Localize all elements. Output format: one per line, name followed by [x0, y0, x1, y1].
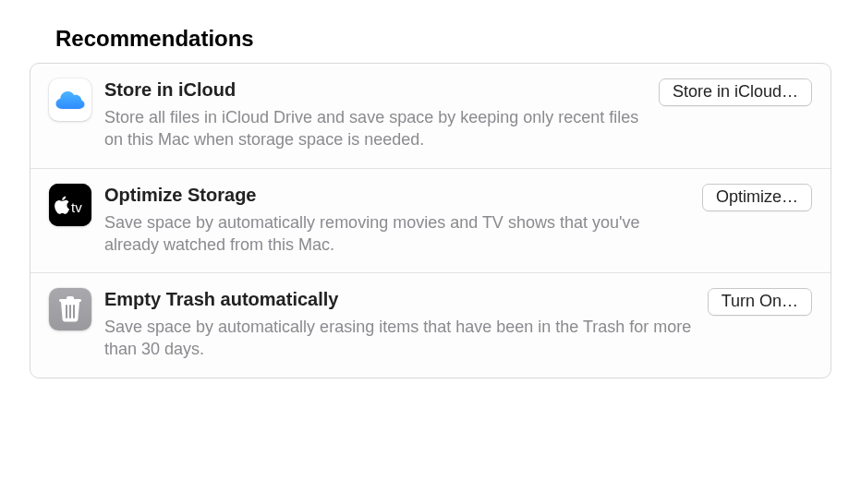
recommendation-title: Optimize Storage [104, 184, 687, 206]
svg-rect-4 [73, 305, 75, 318]
recommendation-text: Optimize Storage Save space by automatic… [104, 184, 702, 257]
turn-on-button[interactable]: Turn On… [708, 288, 812, 316]
optimize-button[interactable]: Optimize… [702, 184, 812, 211]
recommendation-desc: Save space by automatically erasing item… [104, 316, 693, 361]
svg-text:tv: tv [71, 199, 82, 215]
recommendation-title: Store in iCloud [104, 78, 644, 101]
recommendation-desc: Save space by automatically removing mov… [104, 211, 687, 257]
recommendation-text: Store in iCloud Store all files in iClou… [104, 78, 659, 151]
recommendation-row: Empty Trash automatically Save space by … [30, 272, 831, 378]
recommendation-row: tv Optimize Storage Save space by automa… [30, 168, 831, 273]
trash-icon [49, 288, 91, 330]
recommendation-desc: Store all files in iCloud Drive and save… [104, 106, 644, 151]
store-in-icloud-button[interactable]: Store in iCloud… [659, 78, 812, 106]
recommendation-text: Empty Trash automatically Save space by … [104, 288, 708, 361]
svg-rect-2 [66, 305, 67, 318]
icloud-icon [49, 78, 91, 121]
recommendations-heading: Recommendations [55, 26, 831, 52]
apple-tv-icon: tv [49, 184, 91, 226]
recommendation-title: Empty Trash automatically [104, 288, 693, 310]
svg-rect-3 [69, 305, 71, 318]
recommendation-row: Store in iCloud Store all files in iClou… [30, 64, 831, 168]
recommendations-panel: Store in iCloud Store all files in iClou… [30, 63, 831, 378]
